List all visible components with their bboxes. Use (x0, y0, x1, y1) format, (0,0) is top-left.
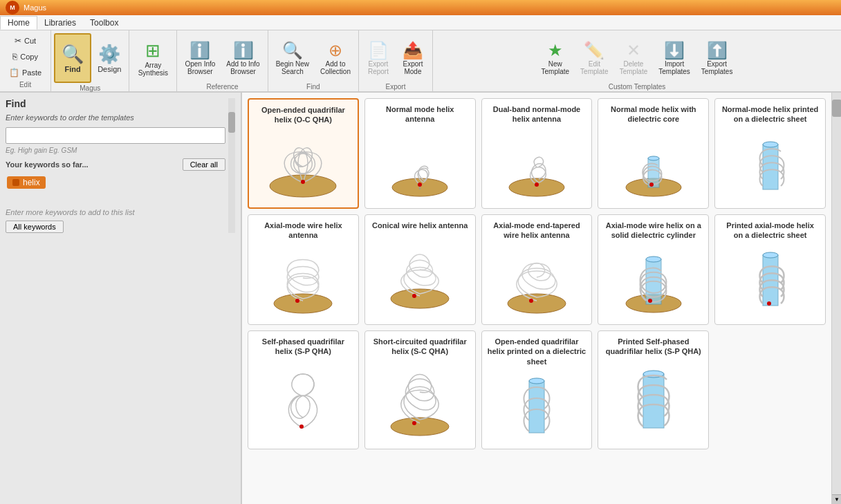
search-input[interactable] (6, 127, 225, 144)
antenna-card-13[interactable]: Open-ended quadrifilar helix printed on … (481, 330, 593, 449)
keyword-tag-helix[interactable]: helix (7, 176, 46, 189)
keywords-area: helix (6, 175, 225, 203)
begin-search-icon: 🔍 (282, 41, 303, 60)
design-button[interactable]: ⚙️ Design (93, 33, 126, 83)
main-area: Find Enter keywords to order the templat… (0, 93, 841, 504)
export-templates-button[interactable]: ⬆️ Export Templates (696, 33, 738, 83)
card-5-title: Normal-mode helix printed on a dielectri… (721, 104, 820, 124)
new-template-button[interactable]: ★ New Template (537, 33, 575, 83)
card-8-image (488, 245, 586, 319)
delete-template-icon: ✕ (627, 41, 640, 60)
antenna-card-11[interactable]: Self-phased quadrifilar helix (S-P QHA) (248, 330, 359, 449)
antenna-card-4[interactable]: Normal mode helix with dielectric core (598, 98, 709, 209)
add-keyword-hint: Enter more keywords to add to this list (6, 208, 225, 216)
begin-search-label: Begin New Search (276, 60, 309, 75)
sidebar-description: Enter keywords to order the templates (6, 113, 225, 122)
edit-template-label: Edit Template (580, 60, 609, 75)
svg-point-17 (508, 294, 566, 313)
cut-button[interactable]: ✂ Cut (4, 33, 46, 48)
delete-template-button[interactable]: ✕ Delete Template (615, 33, 653, 83)
scroll-down-btn[interactable]: ▼ (832, 494, 841, 504)
card-12-title: Short-circuited quadrifilar helix (S-C Q… (371, 337, 470, 357)
copy-icon: ⎘ (12, 52, 17, 62)
antenna-card-8[interactable]: Axial-mode end-tapered wire helix antenn… (481, 214, 593, 325)
antenna-card-3[interactable]: Dual-band normal-mode helix antenna (481, 98, 593, 209)
antenna-card-14[interactable]: Printed Self-phased quadrifilar helix (S… (598, 330, 709, 449)
paste-icon: 📋 (9, 68, 19, 77)
card-2-image (371, 129, 470, 203)
open-info-label: Open Info Browser (185, 60, 215, 75)
edit-template-button[interactable]: ✏️ Edit Template (575, 33, 613, 83)
card-3-image (488, 129, 586, 203)
add-info-icon: ℹ️ (233, 41, 254, 60)
array-synthesis-icon: ⊞ (145, 40, 160, 62)
info-browser-icon: ℹ️ (190, 41, 210, 60)
title-bar: M Magus (0, 0, 841, 15)
sidebar-scrollbar[interactable] (228, 98, 235, 233)
add-info-browser-button[interactable]: ℹ️ Add to Info Browser (221, 33, 264, 83)
scrollbar-thumb (228, 112, 235, 133)
card-11-title: Self-phased quadrifilar helix (S-P QHA) (254, 337, 353, 357)
card-13-title: Open-ended quadrifilar helix printed on … (488, 337, 586, 366)
edit-template-icon: ✏️ (584, 41, 604, 60)
antenna-card-5[interactable]: Normal-mode helix printed on a dielectri… (714, 98, 826, 209)
begin-new-search-button[interactable]: 🔍 Begin New Search (271, 33, 314, 83)
export-mode-icon: 📤 (403, 41, 423, 60)
clear-all-button[interactable]: Clear all (183, 158, 225, 171)
keyword-text: helix (23, 178, 40, 187)
card-6-image (254, 245, 353, 319)
menu-home[interactable]: Home (0, 16, 37, 30)
collection-icon: ⊕ (329, 41, 342, 60)
antenna-card-6[interactable]: Axial-mode wire helix antenna (248, 214, 359, 325)
card-3-title: Dual-band normal-mode helix antenna (488, 104, 586, 124)
svg-point-24 (763, 252, 778, 258)
svg-point-15 (391, 289, 449, 308)
card-12-image (371, 361, 470, 443)
card-1-image (255, 129, 352, 202)
copy-button[interactable]: ⎘ Copy (4, 49, 46, 64)
antenna-card-9[interactable]: Axial-mode wire helix on a solid dielect… (598, 214, 709, 325)
main-scrollbar[interactable]: ▼ (831, 93, 841, 504)
antenna-card-12[interactable]: Short-circuited quadrifilar helix (S-C Q… (364, 330, 476, 449)
export-group-label: Export (386, 83, 406, 93)
card-6-title: Axial-mode wire helix antenna (254, 221, 353, 241)
sidebar-title: Find (6, 98, 225, 109)
array-synthesis-button[interactable]: ⊞ Array Synthesis (132, 33, 174, 83)
card-8-title: Axial-mode end-tapered wire helix antenn… (488, 221, 586, 241)
copy-label: Copy (20, 53, 38, 61)
svg-point-18 (529, 299, 533, 303)
card-9-image (604, 245, 703, 319)
antenna-grid: Open-ended quadrifilar helix (O-C QHA) (248, 98, 826, 449)
find-button[interactable]: 🔍 Find (54, 33, 91, 83)
antenna-card-1[interactable]: Open-ended quadrifilar helix (O-C QHA) (248, 98, 359, 209)
search-hint: Eg. High gain Eg. GSM (6, 147, 225, 154)
export-templates-label: Export Templates (701, 60, 733, 75)
new-template-icon: ★ (548, 41, 563, 60)
antenna-card-10[interactable]: Printed axial-mode helix on a dielectric… (714, 214, 826, 325)
antenna-card-7[interactable]: Conical wire helix antenna (364, 214, 476, 325)
keywords-label: Your keywords so far... (6, 160, 89, 169)
paste-button[interactable]: 📋 Paste (4, 65, 46, 80)
antenna-card-2[interactable]: Normal mode helix antenna (364, 98, 476, 209)
sidebar: Find Enter keywords to order the templat… (0, 93, 242, 504)
svg-rect-31 (643, 374, 664, 428)
card-4-image (604, 129, 703, 203)
all-keywords-button[interactable]: All keywords (6, 221, 64, 233)
svg-point-22 (648, 299, 652, 303)
export-report-label: Export Report (368, 60, 389, 75)
open-info-browser-button[interactable]: ℹ️ Open Info Browser (180, 33, 220, 83)
add-to-collection-button[interactable]: ⊕ Add to Collection (315, 33, 355, 83)
app-logo: M (6, 1, 19, 15)
array-synthesis-label: Array Synthesis (138, 62, 168, 77)
svg-point-14 (295, 299, 299, 303)
menu-libraries[interactable]: Libraries (37, 17, 83, 29)
export-report-button[interactable]: 📄 Export Report (362, 33, 395, 83)
keyword-dot (12, 179, 19, 186)
svg-point-9 (648, 156, 659, 160)
import-templates-button[interactable]: ⬇️ Import Templates (654, 33, 695, 83)
card-5-image (721, 129, 820, 203)
card-4-title: Normal mode helix with dielectric core (604, 104, 703, 124)
export-mode-button[interactable]: 📤 Export Mode (396, 33, 429, 83)
menu-toolbox[interactable]: Toolbox (83, 17, 125, 29)
card-10-title: Printed axial-mode helix on a dielectric… (721, 221, 820, 241)
